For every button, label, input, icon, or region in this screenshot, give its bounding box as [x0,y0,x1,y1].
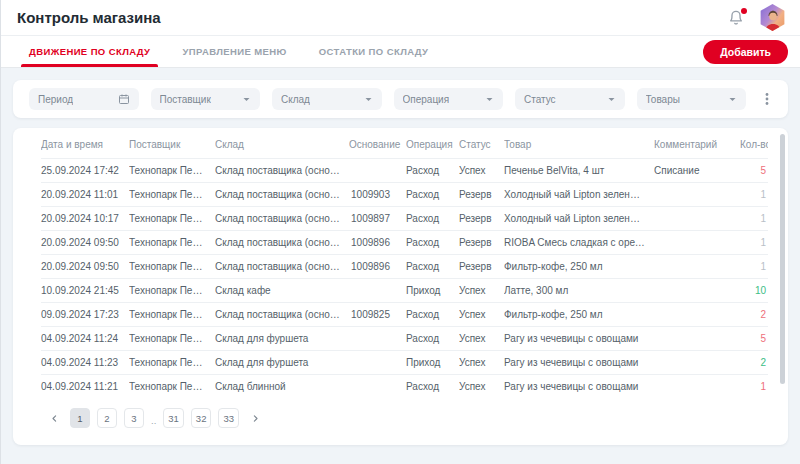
cell-supplier: Технопарк Пермь [129,206,215,230]
column-header: Склад [215,132,349,158]
table-row[interactable]: 04.09.2024 11:21Технопарк ПермьСклад бли… [41,374,768,398]
status-filter[interactable]: Статус [515,88,625,110]
page-button-3[interactable]: 3 [124,408,144,428]
supplier-filter[interactable]: Поставщик [151,88,261,110]
column-header: Статус [459,132,504,158]
cell-warehouse: Склад кафе [215,278,349,302]
table-row[interactable]: 20.09.2024 09:50Технопарк ПермьСклад пос… [41,254,768,278]
cell-comment [654,230,740,254]
cell-doc: 1009896 [349,230,406,254]
cell-supplier: Технопарк Пермь [129,230,215,254]
app-window: Контроль магазина [0,0,800,464]
cell-qty: 1 [740,206,768,230]
period-filter[interactable]: Период [29,88,139,110]
cell-operation: Расход [406,206,459,230]
notifications-button[interactable] [727,9,745,27]
cell-warehouse: Склад блинной [215,374,349,398]
cell-doc: 1009897 [349,206,406,230]
vertical-scrollbar[interactable] [780,134,785,384]
table-row[interactable]: 10.09.2024 21:45Технопарк ПермьСклад каф… [41,278,768,302]
column-header: Операция [406,132,459,158]
cell-operation: Расход [406,182,459,206]
cell-datetime: 20.09.2024 09:50 [41,254,129,278]
next-page-button[interactable] [246,408,264,428]
cell-operation: Расход [406,230,459,254]
cell-status: Резерв [459,182,504,206]
cell-status: Резерв [459,254,504,278]
avatar-person-icon [761,7,785,31]
cell-qty: 1 [740,374,768,398]
table-row[interactable]: 04.09.2024 11:23Технопарк ПермьСклад для… [41,350,768,374]
cell-comment [654,350,740,374]
filter-label: Поставщик [160,94,211,105]
column-header: Поставщик [129,132,215,158]
tab-label: ОСТАТКИ ПО СКЛАДУ [319,46,429,57]
operation-filter[interactable]: Операция [394,88,504,110]
chevron-left-icon [50,414,59,423]
column-header: Дата и время [41,132,129,158]
cell-operation: Приход [406,278,459,302]
cell-status: Резерв [459,206,504,230]
page-button-33[interactable]: 33 [218,408,239,428]
cell-status: Успех [459,158,504,182]
cell-qty: 2 [740,302,768,326]
cell-product: Рагу из чечевицы с овощами [504,350,654,374]
column-header: Основание [349,132,406,158]
tab-label: ДВИЖЕНИЕ ПО СКЛАДУ [29,46,150,57]
table-row[interactable]: 25.09.2024 17:42Технопарк ПермьСклад пос… [41,158,768,182]
cell-supplier: Технопарк Пермь [129,254,215,278]
cell-qty: 2 [740,350,768,374]
page-button-1[interactable]: 1 [70,408,90,428]
cell-qty: 5 [740,158,768,182]
add-button[interactable]: Добавить [703,40,788,64]
movements-table-card: Дата и времяПоставщикСкладОснованиеОпера… [13,128,788,445]
cell-comment [654,374,740,398]
cell-datetime: 09.09.2024 17:23 [41,302,129,326]
tab-warehouse-movement[interactable]: ДВИЖЕНИЕ ПО СКЛАДУ [21,36,158,67]
cell-doc: 1009825 [349,302,406,326]
cell-warehouse: Склад для фуршета [215,326,349,350]
products-filter[interactable]: Товары [637,88,747,110]
cell-datetime: 04.09.2024 11:24 [41,326,129,350]
table-row[interactable]: 20.09.2024 10:17Технопарк ПермьСклад пос… [41,206,768,230]
page-header: Контроль магазина [1,0,800,36]
cell-warehouse: Склад поставщика (основной) [215,206,349,230]
user-avatar[interactable] [759,4,786,31]
filter-label: Склад [281,94,310,105]
cell-comment [654,302,740,326]
cell-product: Фильтр-кофе, 250 мл [504,254,654,278]
cell-warehouse: Склад для фуршета [215,350,349,374]
tab-label: УПРАВЛЕНИЕ МЕНЮ [182,46,286,57]
table-row[interactable]: 04.09.2024 11:24Технопарк ПермьСклад для… [41,326,768,350]
column-header: Кол-во [740,132,768,158]
tab-warehouse-stock[interactable]: ОСТАТКИ ПО СКЛАДУ [311,36,437,67]
table-row[interactable]: 09.09.2024 17:23Технопарк ПермьСклад пос… [41,302,768,326]
chevron-down-icon [728,95,737,104]
cell-operation: Расход [406,326,459,350]
cell-datetime: 04.09.2024 11:21 [41,374,129,398]
cell-qty: 10 [740,278,768,302]
warehouse-filter[interactable]: Склад [272,88,382,110]
calendar-icon [118,93,130,105]
cell-operation: Расход [406,302,459,326]
filter-label: Период [38,94,73,105]
cell-comment: Списание [654,158,740,182]
cell-qty: 5 [740,326,768,350]
cell-datetime: 20.09.2024 11:01 [41,182,129,206]
tab-menu-management[interactable]: УПРАВЛЕНИЕ МЕНЮ [174,36,294,67]
cell-doc [349,326,406,350]
chevron-down-icon [364,95,373,104]
page-button-2[interactable]: 2 [97,408,117,428]
prev-page-button[interactable] [45,408,63,428]
table-row[interactable]: 20.09.2024 11:01Технопарк ПермьСклад пос… [41,182,768,206]
page-button-31[interactable]: 31 [163,408,184,428]
cell-doc [349,350,406,374]
page-button-32[interactable]: 32 [191,408,212,428]
table-row[interactable]: 20.09.2024 09:50Технопарк ПермьСклад пос… [41,230,768,254]
filter-label: Статус [524,94,556,105]
cell-comment [654,182,740,206]
cell-comment [654,254,740,278]
filters-panel: ПериодПоставщикСкладОперацияСтатусТовары [13,80,788,118]
filters-more-button[interactable] [758,88,776,110]
chevron-right-icon [251,414,260,423]
